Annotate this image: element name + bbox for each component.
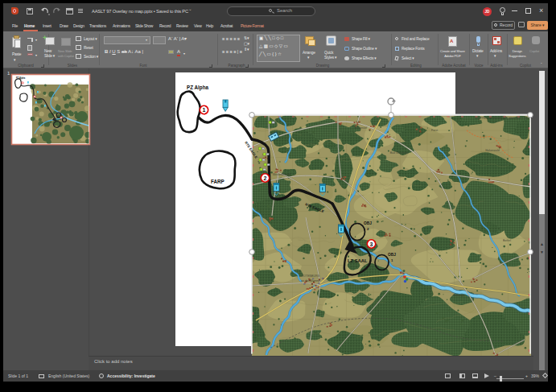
svg-text:Hohenwald: Hohenwald: [485, 149, 500, 152]
svg-text:FARP: FARP: [211, 179, 224, 184]
svg-text:2: 2: [264, 175, 267, 181]
svg-text:Scheessel: Scheessel: [354, 126, 367, 130]
svg-text:LZ SAAL: LZ SAAL: [348, 258, 368, 263]
svg-text:PZ Alpha: PZ Alpha: [16, 76, 26, 80]
svg-text:OBJ: OBJ: [364, 221, 372, 225]
svg-text:Bothel: Bothel: [503, 239, 511, 242]
svg-text:Bad Walsheim: Bad Walsheim: [390, 151, 409, 155]
svg-text:ROTENBURG: ROTENBURG: [302, 274, 320, 278]
svg-text:an der Wumme: an der Wumme: [301, 279, 320, 283]
svg-text:1: 1: [203, 107, 206, 113]
svg-text:Westervesede: Westervesede: [273, 173, 290, 176]
svg-text:3: 3: [370, 241, 373, 247]
svg-text:Forst: Forst: [431, 129, 438, 132]
svg-text:Hellwege: Hellwege: [453, 294, 464, 297]
svg-text:OBJ: OBJ: [388, 253, 396, 257]
svg-text:TRUPPENÜBUNGSPLATZ BERGEN 1:50: TRUPPENÜBUNGSPLATZ BERGEN 1:50000: [474, 117, 532, 120]
svg-text:PZ Alpha: PZ Alpha: [187, 85, 209, 91]
